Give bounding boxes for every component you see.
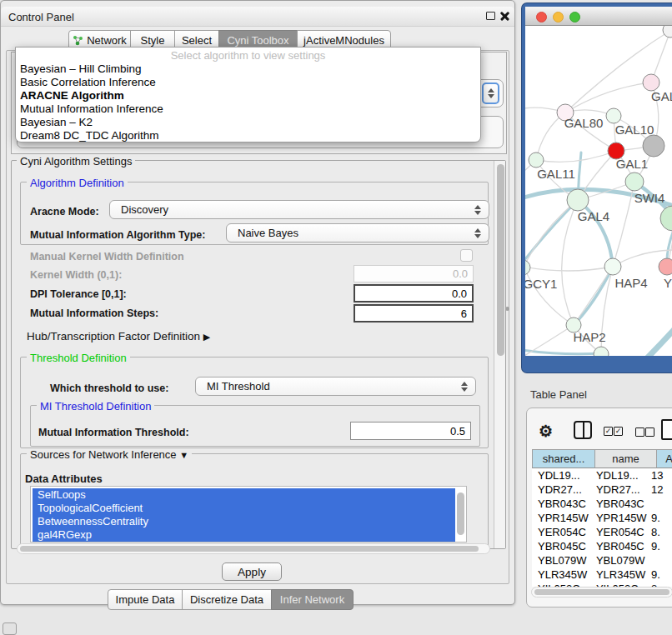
data-attribute-item[interactable]: SelfLoops — [33, 488, 455, 502]
zoom-traffic-light[interactable] — [569, 12, 580, 22]
close-icon[interactable] — [499, 11, 510, 22]
minimize-traffic-light[interactable] — [553, 12, 564, 22]
gear-icon[interactable]: ⚙ — [539, 422, 553, 441]
table-row[interactable]: YLR345W YLR345W 9. — [532, 568, 672, 582]
deselect-all-checkbox-icon[interactable] — [645, 428, 654, 437]
network-node[interactable] — [625, 172, 644, 191]
table-row[interactable]: YPR145W YPR145W 9. — [532, 511, 672, 525]
network-node[interactable] — [594, 347, 609, 356]
table-row[interactable]: YER054C YER054C 8. — [532, 525, 672, 539]
tab-label: jActiveMNodules — [303, 34, 384, 47]
apply-button[interactable]: Apply — [222, 562, 282, 581]
aracne-mode-select[interactable]: Discovery — [109, 200, 489, 219]
tab-discretize-data[interactable]: Discretize Data — [182, 589, 272, 610]
split-columns-icon[interactable] — [574, 421, 592, 439]
expanded-arrow-icon: ▼ — [179, 450, 188, 460]
hub-section-toggle[interactable]: Hub/Transcription Factor Definition ▶ — [27, 330, 210, 342]
list-scrollbar-thumb[interactable] — [457, 492, 464, 535]
network-node[interactable] — [567, 189, 589, 211]
algorithm-placeholder: Select algorithm to view settings — [16, 49, 480, 62]
network-edge[interactable] — [525, 325, 574, 356]
data-attribute-item[interactable]: gal4RGexp — [33, 528, 455, 542]
node-label: GAL — [651, 89, 672, 103]
network-canvas-svg[interactable]: GALGAL80GAL10GAL1GAL11SWI4GAL4GCY1HAP4YH… — [525, 26, 672, 356]
network-node[interactable] — [525, 260, 530, 275]
table-row[interactable]: YDR27... YDR27... 12 — [532, 482, 672, 497]
pane-splitter-handle[interactable] — [505, 307, 509, 311]
mi-steps-field[interactable] — [354, 304, 474, 322]
algorithm-option[interactable]: ARACNE Algorithm — [16, 89, 480, 102]
network-canvas[interactable]: GALGAL80GAL10GAL1GAL11SWI4GAL4GCY1HAP4YH… — [525, 26, 672, 356]
table-horizontal-scrollbar-thumb[interactable] — [534, 589, 669, 595]
node-table-body[interactable]: YDL19... YDL19... 13 YDR27... YDR27... 1… — [532, 468, 672, 587]
tab-label: Style — [141, 34, 165, 47]
which-threshold-select[interactable]: MI Threshold — [195, 377, 476, 396]
data-attributes-list[interactable]: SelfLoops TopologicalCoefficient Between… — [30, 486, 467, 542]
float-window-icon[interactable] — [486, 12, 495, 20]
network-node[interactable] — [660, 206, 672, 231]
control-panel-titlebar[interactable] — [1, 7, 514, 27]
kernel-width-field[interactable] — [354, 265, 474, 282]
sources-group-toggle[interactable]: Sources for Network Inference ▼ — [27, 448, 192, 461]
network-edge[interactable] — [574, 267, 613, 325]
mi-type-select[interactable]: Naive Bayes — [226, 223, 489, 242]
data-attribute-item[interactable]: BetweennessCentrality — [33, 515, 455, 528]
settings-group-title: Cyni Algorithm Settings — [17, 155, 135, 168]
mi-threshold-label: Mutual Information Threshold: — [38, 427, 189, 438]
network-edge[interactable] — [565, 82, 651, 112]
close-traffic-light[interactable] — [536, 12, 547, 22]
algorithm-definition-title: Algorithm Definition — [27, 177, 128, 189]
network-node[interactable] — [643, 74, 659, 91]
algorithm-option[interactable]: Mutual Information Inference — [16, 102, 480, 116]
algorithm-dropdown-popup: Select algorithm to view settings Bayesi… — [15, 47, 481, 142]
column-header-name[interactable]: name — [595, 449, 657, 468]
dpi-tolerance-field[interactable] — [354, 284, 474, 302]
network-edge[interactable] — [525, 200, 578, 267]
table-row[interactable]: YBL079W YBL079W — [532, 553, 672, 568]
network-node[interactable] — [659, 258, 672, 275]
mi-threshold-field[interactable] — [350, 422, 471, 440]
manual-kernel-checkbox[interactable] — [460, 249, 473, 262]
column-header-label: A — [665, 452, 672, 465]
tab-label: Impute Data — [116, 593, 175, 606]
table-row[interactable]: YBR043C YBR043C — [532, 497, 672, 511]
network-node[interactable] — [606, 108, 621, 123]
network-edge[interactable] — [525, 267, 574, 325]
algorithm-option[interactable]: Bayesian – K2 — [16, 116, 480, 129]
data-attribute-item[interactable]: TopologicalCoefficient — [33, 502, 455, 515]
table-row[interactable]: YBR045C YBR045C 9. — [532, 539, 672, 553]
column-header-partial[interactable]: A — [657, 449, 672, 468]
network-edge[interactable] — [525, 348, 601, 354]
table-horizontal-scrollbar[interactable] — [531, 587, 672, 598]
list-horizontal-scrollbar-thumb[interactable] — [20, 546, 479, 552]
settings-scrollbar[interactable] — [494, 161, 505, 548]
algorithm-option[interactable]: Bayesian – Hill Climbing — [16, 62, 480, 76]
network-node[interactable] — [529, 152, 544, 168]
network-node[interactable] — [663, 26, 672, 38]
algorithm-option[interactable]: Basic Correlation Inference — [16, 76, 480, 89]
list-horizontal-scrollbar[interactable] — [17, 543, 490, 554]
minimized-panel-icon[interactable] — [3, 622, 17, 635]
combo-focus-spinner-icon[interactable] — [482, 82, 499, 104]
tab-impute-data[interactable]: Impute Data — [108, 589, 183, 610]
select-all-checkbox-icon[interactable]: ✓ — [614, 427, 623, 436]
kernel-width-label: Kernel Width (0,1): — [30, 269, 122, 281]
algorithm-option[interactable]: Dream8 DC_TDC Algorithm — [16, 129, 480, 142]
tab-infer-network[interactable]: Infer Network — [271, 589, 354, 610]
table-document-icon[interactable] — [661, 419, 672, 440]
settings-scrollbar-thumb[interactable] — [497, 164, 504, 356]
network-edge[interactable] — [562, 200, 578, 325]
network-edge[interactable] — [525, 200, 578, 277]
network-edge[interactable] — [634, 330, 672, 356]
network-node[interactable] — [604, 258, 621, 275]
table-row[interactable]: YDL19... YDL19... 13 — [532, 468, 672, 482]
deselect-all-checkbox-icon[interactable] — [635, 428, 644, 437]
network-node[interactable] — [643, 135, 664, 157]
select-all-checkbox-icon[interactable]: ✓ — [604, 427, 613, 436]
cell-value: 9. — [649, 568, 672, 582]
column-header-shared-name[interactable]: shared... — [532, 449, 595, 468]
mi-steps-label: Mutual Information Steps: — [30, 308, 158, 319]
network-edge[interactable] — [525, 267, 613, 271]
network-window-titlebar[interactable] — [525, 7, 672, 26]
network-edge[interactable] — [536, 151, 616, 162]
